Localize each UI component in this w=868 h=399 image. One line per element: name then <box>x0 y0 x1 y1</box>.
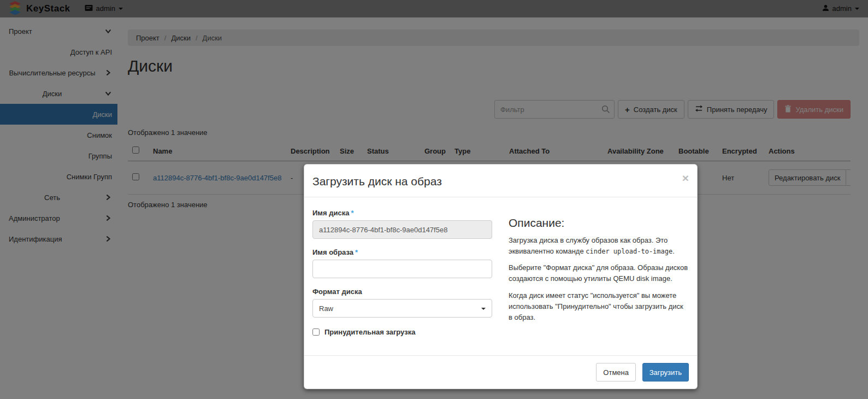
required-asterisk: * <box>351 209 353 217</box>
image-name-label-text: Имя образа <box>312 248 353 256</box>
modal-description: Описание: Загрузка диска в службу образо… <box>509 206 689 336</box>
modal-header: Загрузить диск на образ × <box>304 165 697 197</box>
upload-to-image-modal: Загрузить диск на образ × Имя диска* Имя… <box>304 164 698 389</box>
close-icon[interactable]: × <box>682 172 689 184</box>
disk-format-value: Raw <box>319 304 333 313</box>
modal-title: Загрузить диск на образ <box>312 175 689 188</box>
disk-name-label-text: Имя диска <box>312 209 349 217</box>
description-text: . <box>672 247 675 255</box>
force-upload-checkbox[interactable] <box>312 328 320 336</box>
description-paragraph-3: Когда диск имеет статус "используется" в… <box>509 290 689 323</box>
disk-format-label: Формат диска <box>312 287 492 296</box>
cli-command: cinder upload-to-image <box>586 248 672 255</box>
disk-name-label: Имя диска* <box>312 209 492 217</box>
image-name-label: Имя образа* <box>312 248 492 256</box>
required-asterisk: * <box>355 248 358 256</box>
description-paragraph-1: Загрузка диска в службу образов как обра… <box>509 235 689 257</box>
disk-name-input <box>312 220 492 239</box>
cancel-button[interactable]: Отмена <box>596 363 636 382</box>
description-heading: Описание: <box>509 216 689 230</box>
upload-button[interactable]: Загрузить <box>642 363 689 382</box>
force-upload-label: Принудительная загрузка <box>324 328 415 336</box>
force-upload-row: Принудительная загрузка <box>312 328 492 336</box>
modal-body: Имя диска* Имя образа* Формат диска Raw … <box>304 197 697 355</box>
disk-format-select[interactable]: Raw <box>312 299 492 318</box>
image-name-input[interactable] <box>312 260 492 278</box>
modal-footer: Отмена Загрузить <box>304 355 697 389</box>
caret-down-icon <box>481 308 486 310</box>
description-paragraph-2: Выберите "Формат диска" для образа. Обра… <box>509 262 689 284</box>
modal-form: Имя диска* Имя образа* Формат диска Raw … <box>312 206 492 336</box>
